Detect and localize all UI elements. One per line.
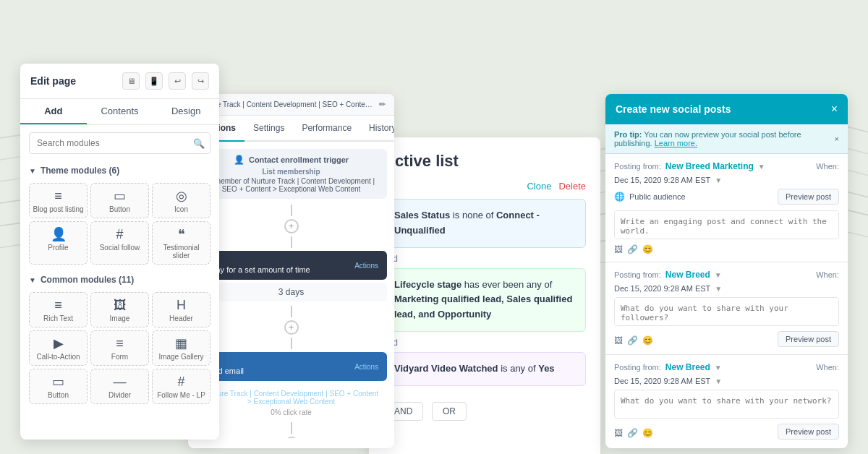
- add-action-1[interactable]: +: [195, 219, 387, 234]
- delay-1-days: 3 days: [195, 283, 387, 301]
- module-testimonial[interactable]: ❝ Testimonial slider: [152, 221, 210, 265]
- module-profile[interactable]: 👤 Profile: [29, 221, 88, 265]
- add-icon[interactable]: +: [284, 219, 299, 234]
- membership-text: is member of Nurture Track | Content Dev…: [204, 177, 378, 193]
- post-2-textarea[interactable]: [614, 297, 839, 326]
- email-name: Nurture Track | Content Development | SE…: [198, 387, 384, 408]
- testimonial-icon: ❝: [178, 228, 185, 241]
- mobile-icon[interactable]: 📱: [145, 72, 163, 90]
- module-rich-text[interactable]: ≡ Rich Text: [29, 292, 88, 327]
- desktop-icon[interactable]: 🖥: [122, 72, 140, 90]
- emoji-icon-2[interactable]: 😊: [642, 335, 653, 346]
- image-attach-icon-2[interactable]: 🖼: [614, 335, 623, 346]
- posting-from-2[interactable]: New Breed: [665, 270, 710, 280]
- send-email-actions-btn[interactable]: Actions: [354, 363, 378, 371]
- pro-tip-link[interactable]: Learn more.: [655, 139, 697, 147]
- when-label-3: When:: [816, 363, 839, 372]
- module-label: Blog post listing: [33, 205, 83, 213]
- tab-design[interactable]: Design: [153, 99, 219, 124]
- connector-4: [195, 338, 387, 349]
- posting-from-3[interactable]: New Breed: [665, 362, 710, 372]
- module-icon[interactable]: ◎ Icon: [152, 183, 210, 218]
- clone-button[interactable]: Clone: [527, 181, 551, 192]
- connector-line-4: [291, 338, 292, 349]
- post-3-textarea[interactable]: [614, 390, 839, 419]
- tab-history[interactable]: History: [360, 116, 394, 142]
- tab-contents[interactable]: Contents: [87, 99, 153, 124]
- module-cta[interactable]: ▶ Call-to-Action: [29, 330, 88, 366]
- preview-btn-3[interactable]: Preview post: [778, 424, 839, 440]
- pro-tip-close-icon[interactable]: ×: [835, 134, 839, 143]
- add-action-2[interactable]: +: [195, 320, 387, 335]
- module-divider[interactable]: — Divider: [90, 369, 149, 404]
- redo-icon[interactable]: ↪: [192, 72, 209, 90]
- when-2: Dec 15, 2020 9:28 AM EST: [614, 284, 710, 293]
- module-label: Form: [111, 353, 128, 361]
- delay-1-box: ⏱ Delay for a set amount of time Actions: [195, 251, 387, 280]
- delay-1-actions-btn[interactable]: Actions: [354, 262, 378, 270]
- arrow-down-icon-3[interactable]: ▼: [715, 364, 722, 372]
- preview-btn-1[interactable]: Preview post: [778, 189, 839, 205]
- click-rate: 0% click rate: [198, 408, 384, 416]
- module-image-gallery[interactable]: ▦ Image Gallery: [152, 330, 210, 366]
- post-1-textarea[interactable]: [614, 210, 839, 239]
- filter-3-value: Yes: [538, 363, 554, 374]
- or-button[interactable]: OR: [432, 402, 467, 421]
- tab-add[interactable]: Add: [20, 99, 87, 124]
- undo-icon[interactable]: ↩: [169, 72, 186, 90]
- filter-1-field: Sales Status: [394, 210, 450, 220]
- module-follow-me[interactable]: # Follow Me - LP: [152, 369, 210, 404]
- tab-settings[interactable]: Settings: [244, 116, 293, 142]
- post-3-icons: 🖼 🔗 😊: [614, 428, 653, 438]
- add-icon-2[interactable]: +: [284, 320, 299, 335]
- module-button[interactable]: ▭ Button: [90, 183, 149, 218]
- add-icon-3[interactable]: +: [284, 437, 299, 438]
- module-label: Divider: [109, 391, 131, 399]
- link-icon-3[interactable]: 🔗: [627, 428, 638, 438]
- rich-text-icon: ≡: [54, 299, 62, 312]
- social-post-3: Posting from: New Breed ▼ When: Dec 15, …: [605, 355, 848, 443]
- arrow-down-icon-1[interactable]: ▼: [758, 163, 765, 171]
- arrow-down-icon-when-1[interactable]: ▼: [715, 176, 722, 184]
- filter-2-field: Lifecycle stage: [394, 279, 461, 290]
- connector-1: [195, 205, 387, 216]
- image-icon: 🖼: [114, 299, 127, 312]
- when-1: Dec 15, 2020 9:28 AM EST: [614, 176, 710, 184]
- theme-section-header[interactable]: ▼ Theme modules (6): [20, 161, 219, 180]
- audience-label-1: Public audience: [629, 192, 686, 201]
- trigger-title: Contact enrollment trigger: [249, 155, 349, 164]
- theme-modules-grid: ≡ Blog post listing ▭ Button ◎ Icon 👤 Pr…: [20, 180, 219, 270]
- social-post-2: Posting from: New Breed ▼ When: Dec 15, …: [605, 262, 848, 355]
- connector-2: [195, 236, 387, 248]
- emoji-icon-3[interactable]: 😊: [642, 428, 653, 438]
- search-input[interactable]: [29, 132, 210, 154]
- module-blog-post-listing[interactable]: ≡ Blog post listing: [29, 183, 88, 218]
- filter-buttons: AND OR: [383, 395, 586, 421]
- image-attach-icon[interactable]: 🖼: [614, 244, 623, 254]
- add-action-3[interactable]: +: [195, 437, 387, 438]
- close-icon[interactable]: ×: [831, 103, 838, 116]
- common-section-header[interactable]: ▼ Common modules (11): [20, 270, 219, 289]
- module-social-follow[interactable]: # Social follow: [90, 221, 149, 265]
- link-icon[interactable]: 🔗: [627, 244, 638, 254]
- arrow-down-icon-2[interactable]: ▼: [715, 271, 722, 279]
- filter-2-value: Marketing qualified lead, Sales qualifie…: [394, 294, 572, 320]
- delay-1-label: Delay for a set amount of time: [204, 265, 310, 274]
- module-header[interactable]: H Header: [152, 292, 210, 327]
- module-form[interactable]: ≡ Form: [90, 330, 149, 366]
- edit-pencil-icon[interactable]: ✏: [379, 100, 386, 109]
- delay-1-icon: ⏱: [204, 257, 310, 264]
- arrow-down-icon-when-3[interactable]: ▼: [715, 377, 722, 385]
- pro-tip-bar: Pro tip: You can now preview your social…: [605, 124, 848, 154]
- emoji-icon[interactable]: 😊: [642, 244, 653, 254]
- module-button-2[interactable]: ▭ Button: [29, 369, 88, 404]
- delete-button[interactable]: Delete: [558, 181, 586, 192]
- post-2-footer: 🖼 🔗 😊 Preview post: [614, 331, 839, 347]
- tab-performance[interactable]: Performance: [293, 116, 360, 142]
- posting-from-1[interactable]: New Breed Marketing: [665, 161, 754, 171]
- link-icon-2[interactable]: 🔗: [627, 335, 638, 346]
- preview-btn-2[interactable]: Preview post: [778, 331, 839, 347]
- image-attach-icon-3[interactable]: 🖼: [614, 428, 623, 438]
- arrow-down-icon-when-2[interactable]: ▼: [715, 285, 722, 293]
- module-image[interactable]: 🖼 Image: [90, 292, 149, 327]
